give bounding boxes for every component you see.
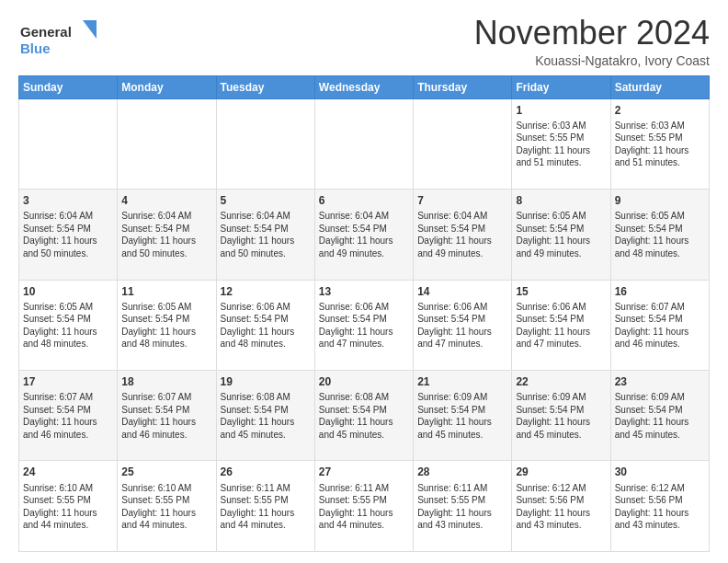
day-header-wednesday: Wednesday (314, 75, 413, 98)
calendar-cell: 23Sunrise: 6:09 AMSunset: 5:54 PMDayligh… (610, 371, 709, 461)
day-number: 24 (23, 465, 113, 479)
day-number: 6 (319, 193, 409, 208)
calendar-cell: 6Sunrise: 6:04 AMSunset: 5:54 PMDaylight… (314, 190, 413, 280)
day-number: 28 (417, 465, 507, 479)
calendar-cell: 20Sunrise: 6:08 AMSunset: 5:54 PMDayligh… (314, 371, 413, 461)
day-number: 1 (516, 103, 606, 118)
svg-text:Blue: Blue (20, 40, 51, 56)
day-number: 12 (221, 284, 311, 299)
calendar-cell: 1Sunrise: 6:03 AMSunset: 5:55 PMDaylight… (512, 98, 610, 189)
month-title: November 2024 (474, 15, 710, 52)
calendar-cell: 19Sunrise: 6:08 AMSunset: 5:54 PMDayligh… (216, 371, 314, 461)
calendar-header: SundayMondayTuesdayWednesdayThursdayFrid… (19, 75, 710, 98)
day-number: 5 (221, 193, 311, 208)
calendar-cell: 9Sunrise: 6:05 AMSunset: 5:54 PMDaylight… (610, 190, 709, 280)
day-number: 27 (319, 465, 409, 479)
logo-icon: General Blue (18, 18, 101, 59)
day-number: 29 (516, 465, 606, 479)
day-number: 16 (615, 284, 705, 299)
day-number: 14 (417, 284, 507, 299)
calendar-cell: 18Sunrise: 6:07 AMSunset: 5:54 PMDayligh… (118, 371, 216, 461)
calendar-cell: 7Sunrise: 6:04 AMSunset: 5:54 PMDaylight… (414, 190, 512, 280)
calendar-cell: 14Sunrise: 6:06 AMSunset: 5:54 PMDayligh… (414, 280, 512, 370)
calendar-cell (118, 98, 216, 189)
week-row-2: 3Sunrise: 6:04 AMSunset: 5:54 PMDaylight… (19, 190, 710, 280)
day-number: 21 (417, 374, 507, 389)
day-number: 19 (221, 374, 311, 389)
page: General Blue November 2024 Kouassi-Ngata… (0, 0, 728, 563)
day-number: 2 (615, 103, 705, 118)
logo-text: General Blue (18, 18, 101, 63)
week-row-3: 10Sunrise: 6:05 AMSunset: 5:54 PMDayligh… (19, 280, 710, 370)
calendar-cell: 13Sunrise: 6:06 AMSunset: 5:54 PMDayligh… (314, 280, 413, 370)
calendar-cell: 4Sunrise: 6:04 AMSunset: 5:54 PMDaylight… (118, 190, 216, 280)
day-header-friday: Friday (512, 75, 610, 98)
location: Kouassi-Ngatakro, Ivory Coast (474, 53, 710, 68)
calendar-cell: 27Sunrise: 6:11 AMSunset: 5:55 PMDayligh… (314, 461, 413, 552)
day-number: 17 (23, 374, 113, 389)
calendar-cell: 3Sunrise: 6:04 AMSunset: 5:54 PMDaylight… (19, 190, 118, 280)
day-number: 10 (23, 284, 113, 299)
week-row-5: 24Sunrise: 6:10 AMSunset: 5:55 PMDayligh… (19, 461, 710, 552)
calendar-cell: 29Sunrise: 6:12 AMSunset: 5:56 PMDayligh… (512, 461, 610, 552)
header-row: SundayMondayTuesdayWednesdayThursdayFrid… (19, 75, 710, 98)
week-row-1: 1Sunrise: 6:03 AMSunset: 5:55 PMDaylight… (19, 98, 710, 189)
calendar-cell: 21Sunrise: 6:09 AMSunset: 5:54 PMDayligh… (414, 371, 512, 461)
day-number: 9 (615, 193, 705, 208)
calendar-cell (19, 98, 118, 189)
calendar-cell: 26Sunrise: 6:11 AMSunset: 5:55 PMDayligh… (216, 461, 314, 552)
week-row-4: 17Sunrise: 6:07 AMSunset: 5:54 PMDayligh… (19, 371, 710, 461)
day-header-thursday: Thursday (414, 75, 512, 98)
day-number: 25 (121, 465, 211, 479)
day-number: 30 (615, 465, 705, 479)
calendar-cell: 11Sunrise: 6:05 AMSunset: 5:54 PMDayligh… (118, 280, 216, 370)
day-number: 26 (221, 465, 311, 479)
day-header-monday: Monday (118, 75, 216, 98)
calendar-cell: 17Sunrise: 6:07 AMSunset: 5:54 PMDayligh… (19, 371, 118, 461)
calendar-cell (314, 98, 413, 189)
calendar-table: SundayMondayTuesdayWednesdayThursdayFrid… (18, 75, 710, 552)
day-number: 20 (319, 374, 409, 389)
calendar-cell: 15Sunrise: 6:06 AMSunset: 5:54 PMDayligh… (512, 280, 610, 370)
day-number: 18 (121, 374, 211, 389)
calendar-cell: 12Sunrise: 6:06 AMSunset: 5:54 PMDayligh… (216, 280, 314, 370)
svg-marker-1 (83, 20, 97, 39)
calendar-cell: 22Sunrise: 6:09 AMSunset: 5:54 PMDayligh… (512, 371, 610, 461)
calendar-cell: 10Sunrise: 6:05 AMSunset: 5:54 PMDayligh… (19, 280, 118, 370)
calendar-cell (216, 98, 314, 189)
calendar-cell: 8Sunrise: 6:05 AMSunset: 5:54 PMDaylight… (512, 190, 610, 280)
calendar-body: 1Sunrise: 6:03 AMSunset: 5:55 PMDaylight… (19, 98, 710, 551)
calendar-cell: 2Sunrise: 6:03 AMSunset: 5:55 PMDaylight… (610, 98, 709, 189)
day-number: 4 (121, 193, 211, 208)
day-header-tuesday: Tuesday (216, 75, 314, 98)
title-block: November 2024 Kouassi-Ngatakro, Ivory Co… (474, 15, 710, 68)
day-number: 8 (516, 193, 606, 208)
day-number: 7 (417, 193, 507, 208)
calendar-cell (414, 98, 512, 189)
day-number: 11 (121, 284, 211, 299)
day-header-saturday: Saturday (610, 75, 709, 98)
day-number: 15 (516, 284, 606, 299)
calendar-cell: 5Sunrise: 6:04 AMSunset: 5:54 PMDaylight… (216, 190, 314, 280)
day-number: 13 (319, 284, 409, 299)
day-number: 23 (615, 374, 705, 389)
logo: General Blue (18, 18, 101, 63)
calendar-cell: 28Sunrise: 6:11 AMSunset: 5:55 PMDayligh… (414, 461, 512, 552)
calendar-cell: 25Sunrise: 6:10 AMSunset: 5:55 PMDayligh… (118, 461, 216, 552)
day-number: 3 (23, 193, 113, 208)
day-header-sunday: Sunday (19, 75, 118, 98)
day-number: 22 (516, 374, 606, 389)
calendar-cell: 24Sunrise: 6:10 AMSunset: 5:55 PMDayligh… (19, 461, 118, 552)
header: General Blue November 2024 Kouassi-Ngata… (18, 15, 710, 68)
svg-text:General: General (20, 24, 72, 40)
calendar-cell: 30Sunrise: 6:12 AMSunset: 5:56 PMDayligh… (610, 461, 709, 552)
calendar-cell: 16Sunrise: 6:07 AMSunset: 5:54 PMDayligh… (610, 280, 709, 370)
